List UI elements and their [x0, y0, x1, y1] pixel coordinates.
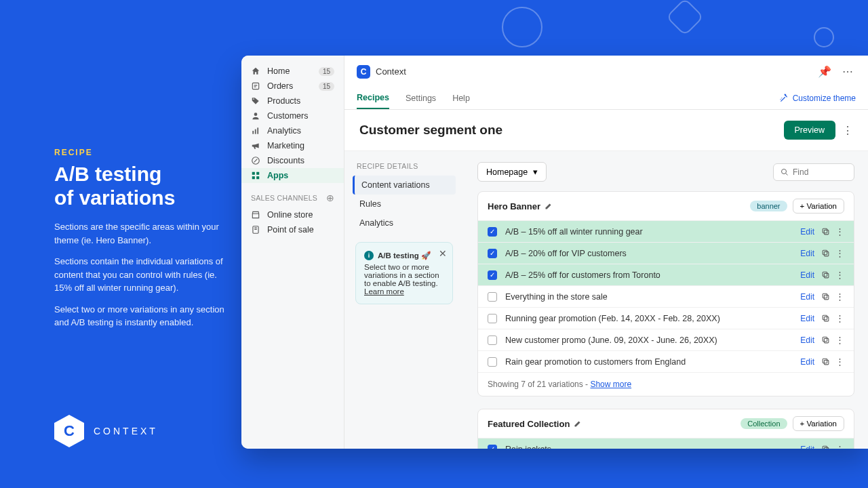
edit-link[interactable]: Edit	[800, 249, 814, 258]
pin-icon[interactable]: 📌	[815, 62, 834, 81]
checkbox[interactable]	[488, 357, 497, 367]
edit-link[interactable]: Edit	[800, 445, 814, 449]
variation-row[interactable]: Everything in the store sale Edit ⋮	[478, 286, 854, 308]
edit-link[interactable]: Edit	[800, 292, 814, 302]
wand-icon	[779, 94, 789, 103]
sidebar-item-analytics[interactable]: Analytics	[241, 123, 344, 138]
section-name: Hero Banner	[488, 201, 540, 211]
add-variation-button[interactable]: + Variation	[793, 416, 844, 431]
variation-label: Rain gear promotion to customers from En…	[505, 357, 800, 367]
add-variation-button[interactable]: + Variation	[793, 199, 844, 214]
tab-help[interactable]: Help	[452, 88, 470, 108]
copy-icon[interactable]	[821, 227, 830, 236]
row-kebab-icon[interactable]: ⋮	[835, 270, 844, 280]
section-chip: Collection	[741, 418, 787, 429]
svg-rect-0	[252, 83, 258, 89]
svg-rect-13	[824, 230, 829, 235]
checkbox[interactable]: ✓	[488, 249, 497, 258]
store-icon	[251, 210, 260, 220]
channel-point-of-sale[interactable]: Point of sale	[241, 222, 344, 237]
variation-row[interactable]: ✓ A/B – 25% off for customers from Toron…	[478, 264, 854, 286]
svg-rect-15	[824, 251, 829, 256]
page-select-dropdown[interactable]: Homepage ▾	[477, 162, 547, 182]
pencil-icon[interactable]	[574, 420, 582, 428]
rd-item-rules[interactable]: Rules	[353, 195, 456, 214]
checkbox[interactable]	[488, 292, 497, 302]
copy-icon[interactable]	[821, 314, 830, 323]
callout-close-icon[interactable]: ✕	[439, 248, 447, 259]
add-channel-icon[interactable]: ⊕	[326, 192, 334, 203]
row-kebab-icon[interactable]: ⋮	[835, 357, 844, 367]
svg-rect-20	[823, 293, 827, 298]
promo-title: A/B testing of variations	[54, 163, 231, 209]
copy-icon[interactable]	[821, 445, 830, 449]
copy-icon[interactable]	[821, 270, 830, 279]
customize-theme-link[interactable]: Customize theme	[779, 94, 856, 103]
edit-link[interactable]: Edit	[800, 357, 814, 367]
find-input-wrap[interactable]	[773, 163, 854, 181]
section-footer: Showing 7 of 21 variations - Show more	[478, 373, 854, 396]
variation-label: A/B – 25% off for customers from Toronto	[505, 270, 800, 280]
tab-settings[interactable]: Settings	[406, 88, 436, 108]
row-kebab-icon[interactable]: ⋮	[835, 248, 844, 258]
variation-row[interactable]: New customer promo (June. 09, 20XX - Jun…	[478, 329, 854, 351]
svg-rect-8	[256, 172, 259, 175]
variation-label: A/B – 20% off for VIP customers	[505, 249, 800, 258]
section-chip: banner	[750, 201, 787, 211]
row-kebab-icon[interactable]: ⋮	[835, 226, 844, 237]
copy-icon[interactable]	[821, 249, 830, 258]
copy-icon[interactable]	[821, 292, 830, 301]
app-sidebar: Home15Orders15ProductsCustomersAnalytics…	[241, 56, 344, 449]
edit-link[interactable]: Edit	[800, 314, 814, 323]
row-kebab-icon[interactable]: ⋮	[835, 313, 844, 323]
variation-row[interactable]: Rain gear promotion to customers from En…	[478, 351, 854, 373]
find-input[interactable]	[793, 167, 847, 177]
copy-icon[interactable]	[821, 357, 830, 366]
variation-label: Everything in the store sale	[505, 292, 800, 302]
page-kebab-icon[interactable]: ⋮	[842, 124, 853, 137]
sidebar-item-home[interactable]: Home15	[241, 64, 344, 79]
rd-item-analytics[interactable]: Analytics	[353, 214, 456, 232]
checkbox[interactable]	[488, 314, 497, 323]
badge: 15	[319, 67, 334, 76]
sales-channels-hdr: SALES CHANNELS⊕	[241, 183, 344, 207]
callout-learn-more-link[interactable]: Learn more	[364, 287, 404, 296]
svg-rect-27	[824, 447, 829, 449]
section-card: Featured Collection Collection + Variati…	[477, 409, 854, 449]
edit-link[interactable]: Edit	[800, 270, 814, 280]
row-kebab-icon[interactable]: ⋮	[835, 291, 844, 302]
sidebar-item-orders[interactable]: Orders15	[241, 79, 344, 94]
variation-row[interactable]: Running gear promotion (Feb. 14, 20XX - …	[478, 308, 854, 329]
search-icon	[781, 168, 789, 176]
channel-online-store[interactable]: Online store	[241, 207, 344, 222]
show-more-link[interactable]: Show more	[590, 380, 631, 389]
row-kebab-icon[interactable]: ⋮	[835, 335, 844, 345]
tab-recipes[interactable]: Recipes	[357, 87, 389, 109]
variation-row[interactable]: ✓ A/B – 15% off all winter running gear …	[478, 221, 854, 243]
preview-button[interactable]: Preview	[784, 121, 835, 140]
sidebar-item-customers[interactable]: Customers	[241, 108, 344, 123]
row-kebab-icon[interactable]: ⋮	[835, 444, 844, 449]
sidebar-item-discounts[interactable]: Discounts	[241, 153, 344, 168]
edit-link[interactable]: Edit	[800, 227, 814, 237]
edit-link[interactable]: Edit	[800, 336, 814, 345]
sidebar-item-products[interactable]: Products	[241, 94, 344, 108]
checkbox[interactable]: ✓	[488, 270, 497, 280]
checkbox[interactable]: ✓	[488, 227, 497, 237]
page-header: Customer segment one Preview ⋮	[344, 110, 868, 150]
checkbox[interactable]: ✓	[488, 445, 497, 449]
svg-rect-26	[823, 359, 827, 363]
pencil-icon[interactable]	[545, 202, 553, 210]
sidebar-item-marketing[interactable]: Marketing	[241, 138, 344, 153]
rd-item-content-variations[interactable]: Content variations	[353, 176, 456, 195]
person-icon	[251, 111, 260, 121]
section-header: Hero Banner banner + Variation	[478, 192, 854, 221]
brand-logo: C CONTEXT	[54, 415, 158, 447]
checkbox[interactable]	[488, 336, 497, 345]
copy-icon[interactable]	[821, 336, 830, 344]
more-icon[interactable]: ⋯	[840, 62, 856, 81]
sidebar-item-apps[interactable]: Apps	[241, 168, 344, 183]
variation-row[interactable]: ✓ Rain jackets Edit ⋮	[478, 439, 854, 449]
variation-row[interactable]: ✓ A/B – 20% off for VIP customers Edit ⋮	[478, 243, 854, 264]
svg-point-2	[254, 113, 258, 116]
